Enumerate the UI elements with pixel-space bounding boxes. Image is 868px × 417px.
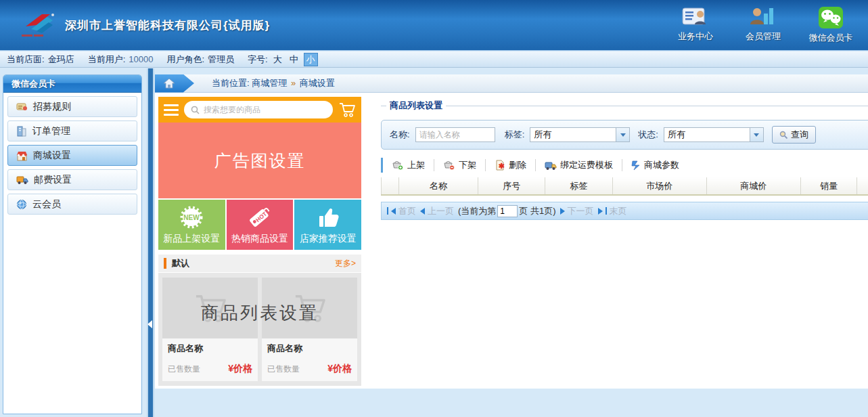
product-sold: 已售数量 — [267, 364, 300, 375]
product-info: 商品名称 已售数量 ¥价格 — [162, 338, 258, 381]
select-all-column — [382, 177, 399, 195]
prev-page-label: 上一页 — [428, 205, 454, 217]
top-nav: 业务中心 会员管理 — [670, 5, 856, 44]
sidebar-item-label: 订单管理 — [32, 125, 70, 137]
current-user: 当前用户:10000 — [88, 53, 154, 66]
column-name: 名称 — [398, 177, 478, 195]
more-link[interactable]: 更多> — [335, 258, 356, 269]
params-ribbon-icon — [631, 160, 641, 171]
column-market-price: 市场价 — [612, 177, 706, 195]
mall-settings-icon — [16, 150, 28, 161]
name-filter-input[interactable] — [415, 127, 495, 142]
column-tag: 标签 — [545, 177, 612, 195]
status-filter-select[interactable]: 所有 — [664, 127, 764, 142]
product-price: ¥价格 — [228, 363, 252, 375]
status-bar: 当前店面:金玛店 当前用户:10000 用户角色:管理员 字号: 大 中 小 — [0, 51, 868, 68]
product-sold: 已售数量 — [168, 364, 200, 375]
bind-freight-template-button[interactable]: 绑定运费模板 — [542, 159, 616, 171]
breadcrumb-separator: » — [291, 78, 296, 88]
prev-page-button[interactable]: 上一页 — [420, 205, 454, 217]
thumb-up-icon — [317, 204, 340, 230]
toolbar-button-label: 删除 — [509, 159, 526, 171]
tag-filter-label: 标签: — [505, 129, 525, 141]
wechat-membercard-icon — [817, 5, 844, 30]
product-card[interactable]: 商品名称 已售数量 ¥价格 — [162, 278, 258, 381]
delete-button[interactable]: ✱ 删除 — [492, 159, 529, 171]
status-dropdown-button[interactable] — [750, 128, 763, 141]
font-size-medium[interactable]: 中 — [288, 53, 300, 66]
user-role: 用户角色:管理员 — [166, 53, 234, 66]
sidebar: 微信会员卡 招募规则 — [3, 74, 142, 414]
sidebar-item-label: 商城设置 — [33, 150, 71, 162]
toolbar-button-label: 商城参数 — [644, 159, 679, 171]
ad-banner-setting[interactable]: 广告图设置 — [158, 123, 361, 198]
phone-search-box[interactable] — [184, 101, 333, 118]
home-icon — [163, 78, 175, 89]
mall-params-button[interactable]: 商城参数 — [629, 159, 682, 171]
tile-label: 店家推荐设置 — [300, 233, 357, 245]
sidebar-item-cloud-member[interactable]: 云会员 — [7, 194, 137, 215]
nav-wechat-membercard[interactable]: 微信会员卡 — [806, 5, 856, 44]
page-number-input[interactable] — [497, 205, 518, 217]
first-page-icon — [387, 207, 388, 215]
nav-label: 会员管理 — [746, 30, 781, 43]
take-off-shelf-button[interactable]: 下架 — [440, 159, 479, 171]
next-page-button[interactable]: 下一页 — [560, 205, 594, 217]
sidebar-item-order-management[interactable]: 订单管理 — [7, 120, 137, 141]
content-body: 广告图设置 NEW 新品上架设置 — [155, 93, 868, 389]
breadcrumb: 当前位置: 商城管理 » 商城设置 — [212, 77, 335, 89]
cart-placeholder-icon — [193, 292, 228, 324]
last-page-icon — [598, 208, 603, 215]
default-section-header: 默认 更多> — [158, 255, 361, 272]
product-cards-area: 商品名称 已售数量 ¥价格 — [158, 273, 361, 386]
hot-products-setting-tile[interactable]: HOT 热销商品设置 — [227, 200, 294, 250]
collapse-sidebar-icon[interactable] — [147, 320, 152, 328]
mobile-preview: 广告图设置 NEW 新品上架设置 — [158, 97, 361, 386]
last-page-button[interactable]: 末页 — [598, 205, 627, 217]
font-size-large[interactable]: 大 — [271, 53, 284, 66]
page-title: 深圳市上誉智能科技有限公司{试用版} — [65, 18, 270, 33]
product-name: 商品名称 — [267, 343, 352, 355]
table-header-row: 名称 序号 标签 市场价 商城价 销量 — [382, 177, 868, 195]
next-page-label: 下一页 — [568, 205, 594, 217]
new-products-setting-tile[interactable]: NEW 新品上架设置 — [158, 200, 225, 250]
font-size-small[interactable]: 小 — [304, 53, 318, 66]
tag-dropdown-button[interactable] — [616, 128, 629, 141]
page-indicator: (当前为第 页 共1页) — [458, 205, 556, 217]
sidebar-divider[interactable] — [147, 68, 154, 417]
section-title: 默认 — [172, 257, 329, 269]
put-on-shelf-button[interactable]: 上架 — [389, 159, 428, 171]
breadcrumb-current-link[interactable]: 商城设置 — [300, 78, 335, 88]
cart-placeholder-icon — [292, 292, 327, 324]
sidebar-item-label: 招募规则 — [33, 101, 71, 113]
postage-settings-icon — [16, 175, 28, 185]
nav-member-management[interactable]: 会员管理 — [738, 5, 788, 44]
sidebar-title: 微信会员卡 — [3, 75, 141, 93]
query-button[interactable]: 查询 — [772, 126, 816, 144]
basket-remove-icon — [443, 160, 455, 171]
home-button[interactable] — [155, 74, 194, 93]
workspace: 微信会员卡 招募规则 — [0, 68, 868, 417]
next-page-icon — [560, 208, 565, 215]
product-price: ¥价格 — [327, 363, 352, 375]
sidebar-item-postage-settings[interactable]: 邮费设置 — [7, 169, 137, 190]
toolbar-button-label: 下架 — [459, 159, 476, 171]
product-card[interactable]: 商品名称 已售数量 ¥价格 — [262, 278, 357, 381]
chevron-down-icon — [620, 133, 626, 137]
shop-recommend-setting-tile[interactable]: 店家推荐设置 — [294, 200, 361, 250]
panel-legend: 商品列表设置 — [381, 100, 868, 112]
breadcrumb-parent-link[interactable]: 商城管理 — [252, 78, 287, 88]
first-page-button[interactable]: 首页 — [387, 205, 416, 217]
nav-business-center[interactable]: 业务中心 — [670, 5, 721, 44]
last-page-label: 末页 — [610, 205, 627, 217]
menu-icon[interactable] — [164, 104, 179, 116]
first-page-label: 首页 — [398, 205, 416, 217]
phone-search-input[interactable] — [204, 105, 326, 114]
grid-toolbar: 上架 下架 — [381, 156, 868, 174]
tag-filter-select[interactable]: 所有 — [530, 127, 630, 142]
sidebar-item-recruit-rules[interactable]: 招募规则 — [7, 96, 137, 117]
sidebar-item-mall-settings[interactable]: 商城设置 — [7, 145, 137, 166]
cart-icon[interactable] — [338, 102, 356, 118]
toolbar-accent — [381, 158, 383, 173]
product-image-placeholder — [162, 278, 258, 338]
